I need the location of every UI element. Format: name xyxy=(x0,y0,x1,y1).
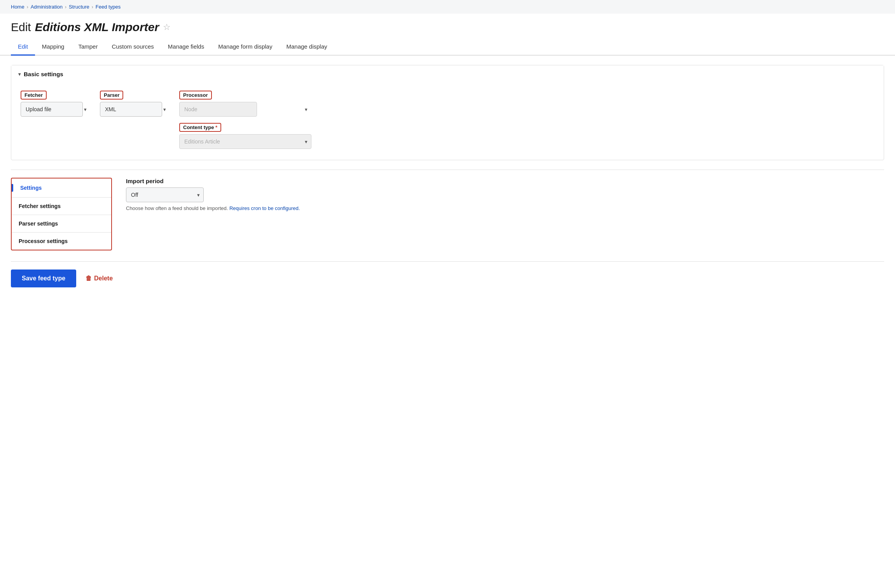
breadcrumb-sep-3: › xyxy=(92,4,93,10)
sidebar-parser-settings-label: Parser settings xyxy=(19,220,58,227)
active-indicator xyxy=(12,184,13,192)
cron-config-link[interactable]: Requires cron to be configured. xyxy=(229,205,300,211)
basic-settings-header[interactable]: ▾ Basic settings xyxy=(11,65,884,83)
tabs-navigation: Edit Mapping Tamper Custom sources Manag… xyxy=(0,39,895,56)
breadcrumb: Home › Administration › Structure › Feed… xyxy=(0,0,895,14)
favorite-star-icon[interactable]: ☆ xyxy=(163,22,171,32)
chevron-down-icon: ▾ xyxy=(18,72,21,77)
tab-mapping[interactable]: Mapping xyxy=(35,39,72,56)
content-type-label: Content type xyxy=(179,123,221,132)
import-period-select-wrapper: Off 15 minutes 30 minutes 1 hour 6 hours… xyxy=(126,187,204,202)
content-type-field-group: Content type Editions Article Article Pa… xyxy=(179,123,311,149)
breadcrumb-administration[interactable]: Administration xyxy=(31,4,63,10)
processor-content-type-col: Processor Node User Term ▾ Content t xyxy=(179,91,311,149)
parser-chevron-icon: ▾ xyxy=(163,107,166,112)
processor-select-wrapper: Node User Term ▾ xyxy=(179,102,311,117)
parser-select[interactable]: XML CSV JSON xyxy=(100,102,162,117)
main-content: ▾ Basic settings Fetcher Upload file HTT… xyxy=(0,56,895,297)
breadcrumb-sep-1: › xyxy=(27,4,28,10)
basic-settings-section: ▾ Basic settings Fetcher Upload file HTT… xyxy=(11,65,884,160)
sidebar-item-fetcher-settings[interactable]: Fetcher settings xyxy=(12,198,111,215)
fetcher-label: Fetcher xyxy=(21,91,47,100)
content-type-select[interactable]: Editions Article Article Page xyxy=(179,134,311,149)
import-period-description: Choose how often a feed should be import… xyxy=(126,205,884,211)
tab-custom-sources[interactable]: Custom sources xyxy=(105,39,161,56)
fetcher-select-wrapper: Upload file HTTP Fetcher Directory Fetch… xyxy=(21,102,91,117)
parser-select-wrapper: XML CSV JSON ▾ xyxy=(100,102,170,117)
fetcher-select[interactable]: Upload file HTTP Fetcher Directory Fetch… xyxy=(21,102,83,117)
tab-edit[interactable]: Edit xyxy=(11,39,35,56)
fetcher-chevron-icon: ▾ xyxy=(84,107,87,112)
tab-tamper[interactable]: Tamper xyxy=(71,39,105,56)
import-period-desc-text: Choose how often a feed should be import… xyxy=(126,205,228,211)
settings-main: Import period Off 15 minutes 30 minutes … xyxy=(112,178,884,211)
import-period-select[interactable]: Off 15 minutes 30 minutes 1 hour 6 hours… xyxy=(126,187,204,202)
delete-label: Delete xyxy=(94,275,113,282)
sidebar-fetcher-settings-label: Fetcher settings xyxy=(19,203,61,209)
sidebar-processor-settings-label: Processor settings xyxy=(19,238,68,244)
content-type-select-wrapper: Editions Article Article Page ▾ xyxy=(179,134,311,149)
page-header: Edit Editions XML Importer ☆ xyxy=(0,14,895,34)
page-title-prefix: Edit xyxy=(11,21,31,34)
breadcrumb-home[interactable]: Home xyxy=(11,4,24,10)
breadcrumb-sep-2: › xyxy=(65,4,66,10)
page-title-name: Editions XML Importer xyxy=(35,21,159,34)
sidebar-settings-label: Settings xyxy=(20,185,42,191)
save-feed-type-button[interactable]: Save feed type xyxy=(11,270,76,287)
settings-sidebar: Settings Fetcher settings Parser setting… xyxy=(11,178,112,250)
fetcher-field-group: Fetcher Upload file HTTP Fetcher Directo… xyxy=(21,91,91,117)
tab-manage-display[interactable]: Manage display xyxy=(279,39,334,56)
processor-field-group: Processor Node User Term ▾ xyxy=(179,91,311,117)
section-divider xyxy=(11,170,884,170)
actions-bar: Save feed type 🗑 Delete xyxy=(11,261,884,287)
sidebar-item-settings[interactable]: Settings xyxy=(12,178,111,198)
breadcrumb-structure[interactable]: Structure xyxy=(69,4,89,10)
basic-settings-label: Basic settings xyxy=(24,71,63,77)
settings-layout: Settings Fetcher settings Parser setting… xyxy=(11,178,884,250)
parser-field-group: Parser XML CSV JSON ▾ xyxy=(100,91,170,117)
delete-button[interactable]: 🗑 Delete xyxy=(86,275,113,282)
basic-settings-fields: Fetcher Upload file HTTP Fetcher Directo… xyxy=(11,83,884,160)
import-period-label: Import period xyxy=(126,178,884,184)
sidebar-item-parser-settings[interactable]: Parser settings xyxy=(12,215,111,233)
processor-chevron-icon: ▾ xyxy=(305,107,308,112)
delete-icon: 🗑 xyxy=(86,275,92,282)
parser-label: Parser xyxy=(100,91,123,100)
processor-label: Processor xyxy=(179,91,212,100)
breadcrumb-feed-types[interactable]: Feed types xyxy=(96,4,121,10)
sidebar-item-processor-settings[interactable]: Processor settings xyxy=(12,233,111,250)
processor-select[interactable]: Node User Term xyxy=(179,102,257,117)
tab-manage-fields[interactable]: Manage fields xyxy=(161,39,211,56)
page-title: Edit Editions XML Importer ☆ xyxy=(11,21,884,34)
tab-manage-form-display[interactable]: Manage form display xyxy=(211,39,279,56)
